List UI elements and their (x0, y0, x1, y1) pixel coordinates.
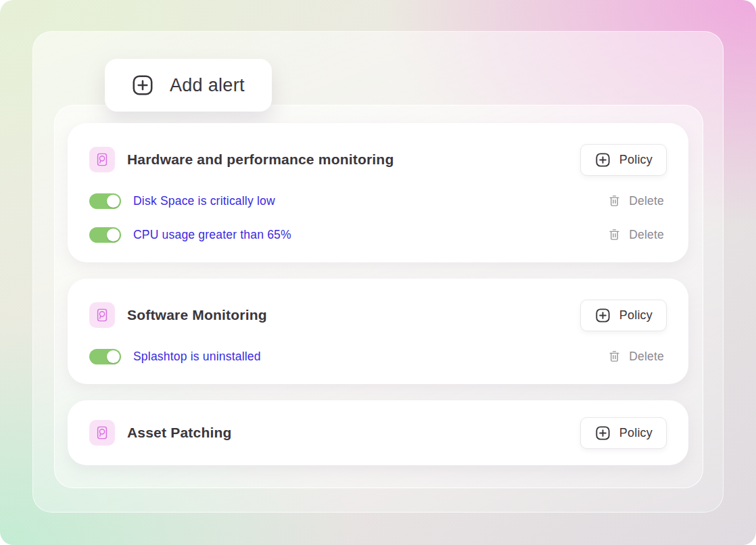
delete-button[interactable]: Delete (608, 350, 664, 364)
card-title: Asset Patching (127, 425, 580, 441)
delete-button[interactable]: Delete (608, 194, 664, 208)
card-header: Hardware and performance monitoring Poli… (89, 143, 667, 176)
alert-rows: Disk Space is critically low Delete CPU … (89, 176, 667, 243)
alert-card: Hardware and performance monitoring Poli… (68, 123, 688, 262)
add-policy-button[interactable]: Policy (580, 417, 667, 449)
delete-button-label: Delete (629, 350, 664, 364)
hard-drive-icon (89, 420, 115, 446)
card-header: Asset Patching Policy (89, 417, 667, 449)
add-alert-label: Add alert (170, 75, 245, 96)
plus-square-icon (594, 151, 611, 168)
add-alert-button[interactable]: Add alert (105, 59, 272, 112)
delete-button[interactable]: Delete (608, 228, 664, 242)
alert-toggle[interactable] (89, 349, 121, 364)
card-title: Software Monitoring (127, 307, 580, 323)
trash-icon (608, 194, 621, 208)
alert-toggle[interactable] (89, 227, 121, 243)
add-policy-button[interactable]: Policy (580, 144, 667, 176)
delete-button-label: Delete (629, 228, 664, 242)
policy-button-label: Policy (619, 308, 653, 323)
alert-label: Disk Space is critically low (133, 194, 608, 208)
app-background: Add alert Hardware and performance monit… (0, 0, 756, 545)
delete-button-label: Delete (629, 194, 664, 208)
trash-icon (608, 350, 621, 363)
hard-drive-icon (89, 147, 115, 172)
plus-square-icon (594, 425, 611, 442)
alert-row: Disk Space is critically low Delete (89, 192, 667, 210)
add-policy-button[interactable]: Policy (580, 300, 667, 331)
alert-rows: Splashtop is uninstalled Delete (89, 331, 667, 365)
alert-card: Software Monitoring Policy Splashtop is … (68, 279, 688, 384)
alert-card: Asset Patching Policy (68, 400, 688, 465)
card-title: Hardware and performance monitoring (127, 151, 580, 168)
policy-button-label: Policy (619, 153, 653, 167)
alert-label: CPU usage greater than 65% (133, 228, 608, 242)
hard-drive-icon (89, 302, 115, 328)
alert-toggle[interactable] (89, 193, 121, 209)
toggle-knob (107, 350, 120, 363)
plus-square-icon (131, 73, 155, 97)
toggle-knob (107, 229, 120, 241)
alert-row: Splashtop is uninstalled Delete (89, 348, 667, 365)
plus-square-icon (594, 307, 611, 324)
alert-row: CPU usage greater than 65% Delete (89, 226, 667, 243)
cards-list: Hardware and performance monitoring Poli… (68, 123, 688, 465)
card-header: Software Monitoring Policy (89, 299, 667, 331)
alert-label: Splashtop is uninstalled (133, 350, 608, 364)
trash-icon (608, 228, 621, 241)
toggle-knob (107, 195, 120, 208)
policy-button-label: Policy (619, 426, 653, 440)
